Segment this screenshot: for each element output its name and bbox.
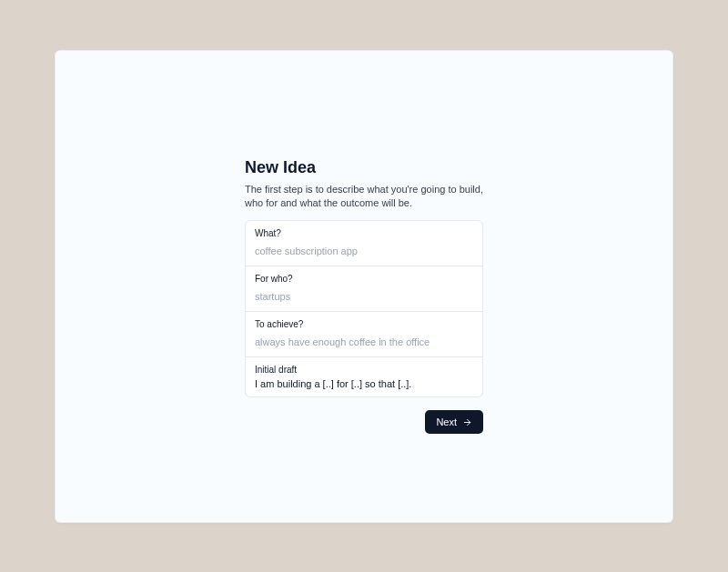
page-description: The first step is to describe what you'r… [245,183,483,212]
app-window: New Idea The first step is to describe w… [55,50,673,523]
to-achieve-input[interactable] [255,336,473,347]
initial-draft-text: I am building a [..] for [..] so that [.… [255,378,473,389]
button-row: Next [245,410,483,434]
initial-draft-label: Initial draft [255,365,473,375]
field-to-achieve: To achieve? [246,312,482,357]
arrow-right-icon [462,417,472,427]
next-button-label: Next [436,416,457,427]
for-who-label: For who? [255,274,473,284]
what-input[interactable] [255,246,473,256]
form-card: What? For who? To achieve? Initial draft… [245,220,483,397]
for-who-input[interactable] [255,291,473,302]
next-button[interactable]: Next [425,410,483,434]
what-label: What? [255,228,473,238]
to-achieve-label: To achieve? [255,319,473,329]
field-initial-draft: Initial draft I am building a [..] for [… [246,357,482,396]
form-container: New Idea The first step is to describe w… [245,158,483,522]
page-title: New Idea [245,158,483,177]
field-for-who: For who? [246,266,482,312]
field-what: What? [246,221,482,266]
